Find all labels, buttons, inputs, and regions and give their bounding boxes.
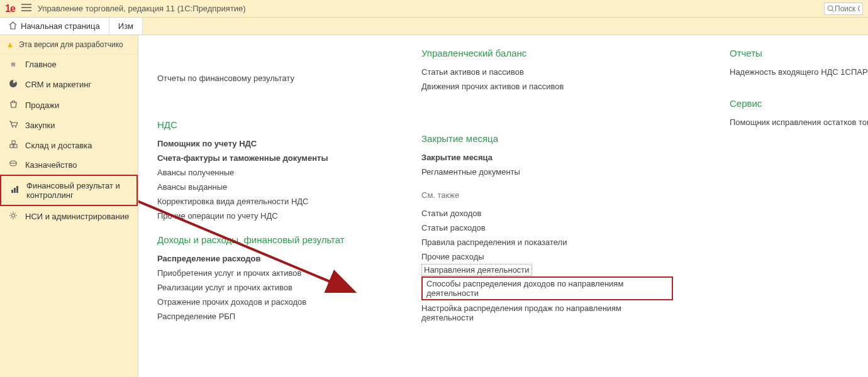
boxes-icon: [8, 140, 19, 150]
svg-rect-5: [10, 145, 13, 148]
search-icon: [827, 5, 835, 13]
menu-link[interactable]: Отражение прочих доходов и расходов: [157, 295, 365, 309]
svg-rect-11: [16, 186, 18, 193]
menu-link[interactable]: Регламентные документы: [421, 165, 673, 179]
sidebar: ▲ Эта версия для разработчико ≡ Главное …: [0, 35, 138, 377]
nav-main[interactable]: ≡ Главное: [0, 55, 138, 74]
menu-link[interactable]: Счета-фактуры и таможенные документы: [157, 151, 365, 165]
tab-home[interactable]: Начальная страница: [0, 18, 109, 35]
menu-link[interactable]: Правила распределения и показатели: [421, 235, 673, 249]
section-service[interactable]: Сервис: [730, 98, 868, 109]
cart-icon: [8, 120, 19, 130]
svg-point-3: [12, 126, 13, 128]
version-warning: ▲ Эта версия для разработчико: [0, 35, 138, 55]
menu-link[interactable]: Помощник исправления остатков товаров ор…: [730, 115, 868, 129]
menu-link[interactable]: Способы распределения доходов по направл…: [421, 276, 673, 300]
nav-label: Склад и доставка: [25, 141, 92, 150]
menu-link[interactable]: Закрытие месяца: [421, 150, 673, 165]
app-title: Управление торговлей, редакция 11 (1С:Пр…: [38, 4, 246, 13]
nav-label: CRM и маркетинг: [25, 80, 91, 89]
tab-label: Начальная страница: [21, 21, 100, 31]
hamburger-icon[interactable]: [21, 4, 31, 13]
menu-link[interactable]: Прочие расходы: [421, 249, 673, 264]
svg-point-4: [15, 126, 16, 128]
menu-link[interactable]: Распределение расходов: [157, 251, 365, 266]
bag-icon: [8, 100, 19, 110]
warning-text: Эта версия для разработчико: [19, 40, 123, 49]
svg-rect-7: [12, 141, 15, 144]
nav-sales[interactable]: Продажи: [0, 95, 138, 115]
content-area: Отчеты по финансовому результату НДС Пом…: [138, 35, 868, 377]
home-icon: [9, 21, 17, 31]
link-finance-reports[interactable]: Отчеты по финансовому результату: [157, 71, 294, 85]
gear-icon: [8, 211, 19, 222]
pie-icon: [8, 79, 19, 90]
menu-link[interactable]: Статьи расходов: [421, 221, 673, 235]
menu-link[interactable]: Приобретения услуг и прочих активов: [157, 266, 365, 280]
nav-finance-result[interactable]: Финансовый результат и контроллинг: [0, 175, 138, 206]
nav-warehouse[interactable]: Склад и доставка: [0, 135, 138, 155]
tab-secondary[interactable]: Изм: [109, 18, 143, 35]
nav-label: Продажи: [25, 101, 59, 110]
svg-point-8: [10, 161, 16, 163]
section-see-also: См. также: [421, 190, 673, 200]
warning-icon: ▲: [6, 40, 14, 49]
svg-point-0: [828, 6, 833, 11]
menu-link[interactable]: Помощник по учету НДС: [157, 136, 365, 151]
svg-line-1: [832, 10, 834, 12]
tab-label: Изм: [118, 21, 133, 31]
nav-purchases[interactable]: Закупки: [0, 115, 138, 135]
svg-rect-10: [14, 188, 16, 193]
menu-link[interactable]: Реализации услуг и прочих активов: [157, 280, 365, 295]
menu-link[interactable]: Направления деятельности: [421, 264, 532, 276]
coins-icon: [8, 160, 19, 170]
menu-link[interactable]: Настройка распределения продаж по направ…: [421, 301, 673, 325]
svg-rect-6: [14, 145, 17, 148]
list-icon: ≡: [8, 60, 19, 69]
search-box[interactable]: [824, 3, 863, 15]
tabs-bar: Начальная страница Изм: [0, 18, 868, 35]
menu-link[interactable]: Статьи активов и пассивов: [421, 65, 673, 79]
menu-link[interactable]: Прочие операции по учету НДС: [157, 209, 365, 223]
svg-rect-9: [11, 190, 13, 193]
nav-treasury[interactable]: Казначейство: [0, 155, 138, 175]
menu-link[interactable]: Движения прочих активов и пассивов: [421, 79, 673, 94]
menu-link[interactable]: Статьи доходов: [421, 206, 673, 221]
menu-link[interactable]: Распределение РБП: [157, 309, 365, 324]
section-close-month[interactable]: Закрытие месяца: [421, 133, 673, 144]
top-bar: 1e Управление торговлей, редакция 11 (1С…: [0, 0, 868, 18]
search-input[interactable]: [835, 4, 860, 13]
nav-label: Закупки: [25, 121, 55, 130]
section-nds[interactable]: НДС: [157, 119, 365, 130]
menu-link[interactable]: Надежность входящего НДС 1СПАРК Риски: [730, 65, 868, 79]
svg-point-12: [12, 214, 15, 217]
nav-nsi-admin[interactable]: НСИ и администрирование: [0, 206, 138, 227]
logo-1c: 1e: [5, 3, 15, 14]
nav-label: Финансовый результат и контроллинг: [26, 181, 129, 200]
nav-label: Главное: [25, 60, 57, 69]
nav-label: НСИ и администрирование: [25, 212, 129, 221]
section-income-expense[interactable]: Доходы и расходы, финансовый результат: [157, 234, 365, 245]
menu-link[interactable]: Корректировка вида деятельности НДС: [157, 194, 365, 209]
section-reports[interactable]: Отчеты: [730, 48, 868, 58]
menu-link[interactable]: Авансы полученные: [157, 165, 365, 180]
menu-link[interactable]: Авансы выданные: [157, 180, 365, 194]
chart-icon: [9, 185, 20, 195]
nav-crm[interactable]: CRM и маркетинг: [0, 74, 138, 95]
section-balance[interactable]: Управленческий баланс: [421, 48, 673, 58]
nav-label: Казначейство: [25, 160, 77, 170]
